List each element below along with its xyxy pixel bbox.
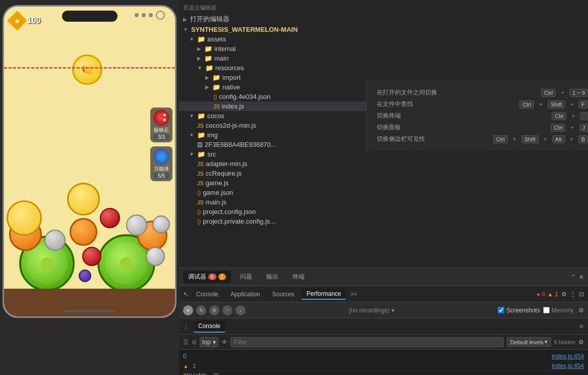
console-more-text: 可以试验一下 — [183, 372, 219, 375]
main-arrow: ▶ — [197, 56, 201, 61]
perf-tab-sources[interactable]: Sources — [267, 289, 300, 299]
console-header: ⋮ Console ✕ — [179, 318, 588, 335]
screenshots-label: Screenshots — [506, 307, 540, 314]
kbd-f: F — [578, 100, 588, 109]
dock-icon[interactable]: ⊡ — [579, 291, 584, 298]
perf-tab-application[interactable]: Application — [225, 289, 265, 299]
stop-btn[interactable]: ⊘ — [209, 305, 219, 315]
tree-mainjs[interactable]: JS main.js — [179, 197, 588, 207]
hidden-count: 6 hidden — [554, 339, 575, 345]
img-file-icon: 🖼 — [197, 142, 203, 148]
phone-notch — [62, 11, 117, 22]
shortcuts-panel: 在打开的文件之间切换 Ctrl + 1 ~ 9 在文件中查找 Ctrl + Sh… — [366, 81, 588, 151]
red-fruit-3 — [44, 230, 66, 251]
devtools-tab-debugger[interactable]: 调试器 6 1 — [183, 271, 231, 283]
devtools-tab-terminal[interactable]: 终端 — [287, 271, 310, 283]
tree-projconfig[interactable]: {} project.config.json — [179, 207, 588, 217]
eye-icon[interactable]: 👁 — [221, 339, 227, 346]
adapter-icon: JS — [197, 161, 204, 167]
projprivate-label: project.private.config.js... — [203, 218, 584, 225]
record-btn[interactable]: ● — [183, 305, 193, 315]
screenshots-checkbox[interactable] — [498, 307, 504, 313]
native-folder-icon: 📁 — [212, 83, 220, 91]
warn-icon-1: ▲ — [183, 363, 189, 369]
assets-label: assets — [207, 35, 584, 43]
dropdown-arrow: ▾ — [391, 307, 394, 314]
memory-checkbox[interactable] — [543, 307, 550, 313]
cocos-arrow: ▼ — [189, 113, 194, 119]
shortcut-label-3: 切换终端 — [367, 112, 401, 120]
lemon-fruit: 🍋 — [72, 55, 102, 85]
internal-arrow: ▶ — [197, 46, 201, 51]
issues-label: 问题 — [240, 273, 252, 281]
errors-badge: ● 6 ▲ 1 — [537, 291, 558, 298]
tree-adapter[interactable]: JS adapter-min.js — [179, 159, 588, 169]
resources-folder-icon: 📁 — [205, 64, 213, 72]
settings-icon-2[interactable]: ⚙ — [578, 307, 584, 314]
diamond-icon: ◆ — [7, 11, 27, 31]
console-block-icon[interactable]: ⊘ — [192, 339, 197, 346]
native-arrow: ▶ — [205, 84, 209, 90]
debugger-label: 调试器 — [188, 273, 206, 281]
memory-check[interactable]: Memory — [543, 307, 573, 314]
settings-icon[interactable]: ⚙ — [561, 291, 567, 298]
more-tabs-btn[interactable]: >> — [350, 291, 357, 298]
console-tab[interactable]: Console — [193, 320, 225, 333]
tree-ccrequire[interactable]: JS ccRequire.js — [179, 169, 588, 178]
kbd-ctrl-3: Ctrl — [552, 112, 566, 120]
console-close-btn[interactable]: ✕ — [579, 323, 584, 330]
open-editor-item[interactable]: ▶ 打开的编辑器 — [179, 14, 588, 25]
score-area: ◆ 100 — [10, 14, 41, 28]
default-levels-btn[interactable]: Default levels ▾ — [507, 337, 551, 347]
devtools-tab-issues[interactable]: 问题 — [235, 271, 257, 283]
tree-assets[interactable]: ▼ 📁 assets — [179, 34, 588, 44]
perf-tab-console[interactable]: Console — [191, 289, 223, 299]
minimize-icon[interactable]: ⌃ — [571, 274, 576, 281]
item-icon-1: 🧲 — [153, 110, 169, 126]
download-btn[interactable]: ↓ — [236, 305, 246, 315]
kbd-ctrl-1: Ctrl — [541, 89, 556, 97]
console-toolbar: ☰ ⊘ top ▾ 👁 Default levels ▾ 6 hidden ⚙ — [179, 335, 588, 350]
red-fruit-5 — [152, 216, 170, 233]
levels-label: Default levels — [510, 339, 544, 345]
tree-top-label: 页该点编辑器 — [179, 2, 588, 14]
screenshots-check[interactable]: Screenshots — [498, 307, 540, 314]
console-link-1[interactable]: index.js:454 — [552, 362, 584, 369]
phone-dot-2 — [142, 13, 146, 17]
project-root[interactable]: ▼ SYNTHESIS_WATERMELON-MAIN — [179, 25, 588, 34]
console-link-0[interactable]: index.js:454 — [552, 353, 584, 360]
reload-btn[interactable]: ↻ — [196, 305, 206, 315]
levels-arrow: ▾ — [545, 339, 548, 345]
top-select[interactable]: top ▾ — [200, 337, 218, 347]
kbd-ctrl-5: Ctrl — [493, 135, 508, 143]
memory-label: Memory — [552, 307, 573, 314]
tree-main[interactable]: ▶ 📁 main — [179, 53, 588, 63]
more-icon[interactable]: ⋮ — [570, 291, 576, 298]
tree-resources[interactable]: ▼ 📁 resources — [179, 63, 588, 73]
upload-btn[interactable]: ↑ — [222, 305, 232, 315]
main-label: main — [214, 55, 584, 62]
devtools-tab-output[interactable]: 输出 — [261, 271, 283, 283]
console-filter-input[interactable] — [230, 337, 504, 347]
shortcut-row-5: 切换侧边栏可见性 Ctrl + Shift + Alt + B — [367, 133, 588, 145]
tree-gamejson[interactable]: {} game.json — [179, 188, 588, 197]
gamejson-icon: {} — [197, 190, 201, 196]
tree-internal[interactable]: ▶ 📁 internal — [179, 44, 588, 53]
open-editor-label: 打开的编辑器 — [190, 15, 584, 24]
console-panel: ⋮ Console ✕ ☰ ⊘ top ▾ 👁 Default levels ▾ — [179, 318, 588, 375]
item-card-2[interactable]: 🌐 万能球 5/5 — [150, 146, 172, 181]
item-card-1[interactable]: 🧲 吸铁石 3/3 — [150, 108, 172, 142]
perf-tab-performance[interactable]: Performance — [302, 289, 346, 300]
adapter-label: adapter-min.js — [206, 160, 584, 168]
kbd-19: 1 ~ 9 — [569, 89, 588, 97]
item-count-1: 3/3 — [153, 134, 169, 140]
performance-tab-label: Performance — [307, 290, 341, 297]
console-sidebar-icon[interactable]: ☰ — [183, 339, 189, 346]
tree-projprivate[interactable]: {} project.private.config.js... — [179, 217, 588, 226]
close-icon[interactable]: ✕ — [579, 274, 584, 281]
red-fruit-4 — [146, 247, 165, 266]
tree-gamejs[interactable]: JS game.js — [179, 178, 588, 188]
item-label-1: 吸铁石 — [153, 127, 169, 134]
game-screen: ◆ 100 🍋 🧲 吸铁石 3/3 🌐 万能球 5/5 — [3, 5, 177, 318]
settings-icon-3[interactable]: ⚙ — [578, 339, 584, 346]
